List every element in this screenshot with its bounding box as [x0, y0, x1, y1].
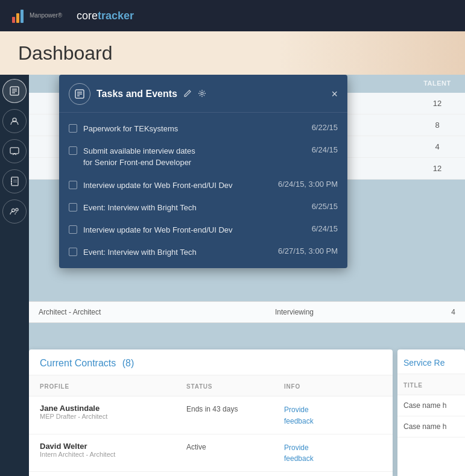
table-row-below-panel: Architect - Architect Interviewing 4 [29, 301, 465, 323]
profile-role: Intern Architect - Architect [40, 451, 186, 458]
profile-column-header: PROFILE [40, 380, 186, 391]
task-content: Event: Interview with Bright Tech [83, 246, 265, 258]
topbar: Manpower® coretracker [0, 0, 465, 31]
settings-icon[interactable] [198, 89, 206, 99]
contract-row: Jane Austindale MEP Drafter - Architect … [29, 396, 393, 434]
profile-role: MEP Drafter - Architect [40, 413, 186, 420]
contracts-title-text: Current Contracts [40, 358, 116, 368]
contracts-title: Current Contracts (8) [40, 358, 134, 368]
task-checkbox[interactable] [69, 181, 77, 189]
status-column-header: STATUS [186, 380, 284, 391]
service-table-header: TITLE [397, 374, 465, 395]
contract-status: Ends in 43 days [186, 404, 284, 413]
svg-rect-5 [10, 148, 19, 154]
close-button[interactable]: × [331, 88, 338, 101]
row-col-status: Interviewing [275, 308, 387, 316]
row-col-talent: 4 [399, 308, 455, 316]
task-label: Submit available interview datesfor Seni… [83, 146, 195, 167]
svg-point-13 [16, 208, 18, 211]
tasks-panel-header: Tasks and Events × [59, 75, 347, 113]
service-re-card: Service Re TITLE Case name h Case name h [397, 349, 465, 476]
task-label: Event: Interview with Bright Tech [83, 248, 197, 257]
row-col-name: Architect - Architect [39, 308, 263, 316]
task-label: Interview update for Web Front-end/UI De… [83, 181, 233, 190]
feedback-link[interactable]: Providefeedback [284, 404, 314, 425]
task-item: Event: Interview with Bright Tech 6/27/1… [59, 241, 347, 263]
sidebar-item-tasks[interactable] [2, 79, 27, 103]
contracts-card: Current Contracts (8) PROFILE STATUS INF… [29, 349, 393, 476]
contracts-table-header: PROFILE STATUS INFO [29, 375, 393, 396]
content-area: TALENT 12 8 4 12 [29, 75, 465, 476]
task-date: 6/24/15 [305, 224, 338, 233]
logo-bar-red [12, 17, 15, 23]
logo-text: Manpower® [30, 12, 62, 19]
task-content: Interview update for Web Front-end/UI De… [83, 224, 299, 236]
info-column-header: INFO [284, 380, 382, 391]
task-item: Paperwork for TEKsystems 6/22/15 [59, 117, 347, 140]
talent-count: 8 [419, 121, 455, 130]
contract-info: Providefeedback [284, 442, 382, 465]
tasks-title-row: Tasks and Events [69, 83, 206, 105]
sidebar-item-people[interactable] [2, 109, 27, 133]
task-date: 6/24/15 [305, 145, 338, 154]
contract-info: Providefeedback [284, 404, 382, 427]
contracts-header: Current Contracts (8) [29, 349, 393, 375]
service-row: Case name h [397, 395, 465, 416]
status-text: Active [186, 442, 284, 451]
task-item: Submit available interview datesfor Seni… [59, 140, 347, 174]
task-content: Event: Interview with Bright Tech [83, 202, 299, 213]
talent-count: 4 [419, 142, 455, 151]
talent-count: 12 [419, 99, 455, 108]
case-name: Case name h [403, 422, 459, 431]
edit-icon[interactable] [183, 89, 192, 99]
task-checkbox[interactable] [69, 248, 77, 256]
contract-status: Active [186, 442, 284, 451]
profile-name: Jane Austindale [40, 404, 186, 413]
contract-profile: Jane Austindale MEP Drafter - Architect [40, 404, 186, 420]
svg-point-18 [201, 92, 203, 95]
case-name: Case name h [403, 401, 459, 410]
dashboard-header: Dashboard [0, 31, 465, 75]
task-content: Interview update for Web Front-end/UI De… [83, 180, 265, 191]
task-label: Interview update for Web Front-end/UI De… [83, 225, 233, 234]
tasks-list: Paperwork for TEKsystems 6/22/15 Submit … [59, 113, 347, 268]
tasks-panel-title: Tasks and Events [96, 89, 177, 99]
task-checkbox[interactable] [69, 124, 77, 133]
tasks-panel: Tasks and Events × [59, 75, 347, 268]
task-date: 6/22/15 [305, 123, 338, 132]
sidebar [0, 75, 29, 476]
brand-name: coretracker [77, 10, 134, 22]
sidebar-item-contacts[interactable] [2, 199, 27, 224]
page-title: Dashboard [18, 42, 113, 64]
sidebar-item-notebook[interactable] [2, 169, 27, 193]
service-col-title: TITLE [403, 382, 423, 389]
talent-count: 12 [419, 164, 455, 173]
feedback-link[interactable]: Providefeedback [284, 442, 314, 463]
service-header: Service Re [397, 349, 465, 374]
sidebar-item-messages[interactable] [2, 139, 27, 163]
main-area: TALENT 12 8 4 12 [0, 75, 465, 476]
contract-profile: David Welter Intern Architect - Architec… [40, 442, 186, 458]
tasks-panel-icon [69, 83, 90, 105]
profile-name: David Welter [40, 442, 186, 451]
task-date: 6/25/15 [305, 202, 338, 211]
service-title: Service Re [403, 358, 459, 368]
contract-row: Walter Yell... Active Provide [29, 472, 393, 476]
task-date: 6/24/15, 3:00 PM [271, 180, 338, 189]
status-text: Ends in 43 days [186, 404, 284, 413]
logo-bar-blue [21, 10, 24, 23]
talent-column-header: TALENT [419, 80, 455, 87]
task-date: 6/27/15, 3:00 PM [271, 246, 338, 255]
svg-rect-6 [11, 177, 18, 186]
task-checkbox[interactable] [69, 146, 77, 155]
service-row: Case name h [397, 416, 465, 437]
logo-area: Manpower® coretracker [12, 8, 134, 23]
task-item: Interview update for Web Front-end/UI De… [59, 174, 347, 196]
logo-bar-orange [16, 13, 19, 23]
brand-tracker: tracker [98, 10, 134, 22]
task-item: Interview update for Web Front-end/UI De… [59, 219, 347, 241]
task-checkbox[interactable] [69, 225, 77, 234]
bottom-section: Current Contracts (8) PROFILE STATUS INF… [29, 349, 465, 476]
task-checkbox[interactable] [69, 203, 77, 211]
manpower-label: Manpower® [30, 12, 62, 19]
